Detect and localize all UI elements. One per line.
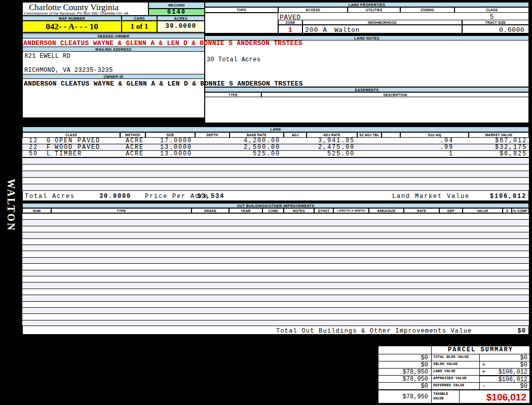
easement-col-description: DESCRIPTION: [261, 92, 529, 97]
out-buildings-total-label: Total Out Buildings & Other Improvements…: [276, 328, 472, 335]
deeded-owner-header: DEEDED OWNER: [22, 33, 205, 38]
land-size: 17.0000: [145, 138, 192, 144]
ps-value: $0: [520, 383, 527, 389]
land-market-value-label: Land Market Value: [392, 193, 470, 200]
ps-value: $106,012: [498, 369, 527, 375]
ps-op: +: [482, 369, 485, 375]
land-market-value-total: $106,012: [490, 193, 526, 200]
land-market-value: $67,012: [469, 138, 527, 144]
county-title-box: Charlotte County Virginia Commissioner o…: [22, 2, 148, 16]
total-acres-value: 30.0000: [99, 193, 131, 200]
col-utilities: UTILITIES: [348, 7, 400, 13]
land-class-code: 50: [29, 151, 38, 157]
land-class-code: 12: [29, 138, 38, 144]
land-col-adj: ADJ: [284, 132, 307, 138]
total-acres-label: Total Acres: [25, 193, 75, 200]
ob-col-year: YEAR: [229, 208, 262, 213]
taxable-value: $106,012: [486, 392, 526, 403]
map-number-value: 042- - A- - - 10: [22, 21, 122, 32]
ob-col-sthgt: STHGT: [314, 208, 333, 213]
acres-value: 30.0000: [157, 21, 205, 32]
land-col-sz-adj-tbl: SZ ADJ TBL: [357, 132, 382, 138]
record-value: 6140: [148, 9, 205, 16]
out-buildings-total-row: Total Out Buildings & Other Improvements…: [22, 326, 529, 335]
col-access: ACCESS: [278, 7, 348, 13]
price-per-acre-value: $3,534: [197, 193, 224, 200]
easements-title: EASEMENTS: [205, 87, 529, 92]
ob-col-value: VALUE: [463, 208, 503, 213]
ob-col-pct-comp: % COMP: [512, 208, 529, 213]
land-size-adj: 1: [400, 151, 453, 157]
col-class: CLASS: [454, 7, 529, 13]
col-zoning: ZONING: [400, 7, 454, 13]
land-adj-rate: 525.00: [307, 151, 355, 157]
land-empty-rows: [22, 157, 529, 190]
land-size: 13.0000: [145, 144, 192, 150]
land-base-rate: 2,500.00: [230, 144, 280, 150]
owner-id-value: ANDERSON CLEATUS WAYNE & GLENN A & LEN D…: [24, 80, 303, 88]
ob-col-num: NUM: [22, 208, 51, 213]
record-header: RECORD: [148, 2, 205, 9]
land-class-name: WOOD PAVED: [55, 144, 100, 150]
deeded-owner-value: ANDERSON CLEATUS WAYNE & GLENN A & LEN D…: [23, 39, 302, 47]
address-line2: RICHMOND, VA 23235-3235: [24, 67, 113, 74]
col-topo: TOPO: [205, 7, 278, 13]
land-size: 13.0000: [145, 151, 192, 157]
map-number-header: MAP NUMBER: [22, 16, 122, 21]
ps-prev-appraised: $78,950: [378, 375, 432, 383]
zone-cell: 1: [278, 25, 302, 33]
neighborhood-name: Walton: [334, 26, 360, 34]
topo-cell: [205, 13, 278, 33]
neighborhood-header: NEIGHBORHOOD: [302, 20, 462, 25]
land-col-blank: [382, 132, 400, 138]
ps-val-appraised: $106,012: [479, 375, 530, 383]
ps-prev-deferred: $0: [378, 382, 432, 390]
ob-col-notes: NOTES: [284, 208, 314, 213]
ps-val-deferred: - $0: [479, 382, 530, 390]
ps-op: +: [482, 362, 485, 368]
ps-prev-total-bldg: $0: [378, 354, 432, 361]
ob-col-rate: RATE: [404, 208, 439, 213]
parcel-summary: PARCEL SUMMARY $0 TOTAL BLDG VALUE $0 $0…: [377, 345, 530, 403]
land-method: ACRE: [126, 151, 144, 157]
land-title: LAND: [22, 127, 529, 132]
ps-label-deferred: DEFERRED VALUE: [431, 382, 480, 390]
card-value: 1 of 1: [122, 21, 157, 32]
land-market-value: $6,825: [469, 151, 527, 157]
land-adj-rate: 3,941.85: [307, 138, 355, 144]
out-buildings-total-value: $0: [518, 328, 526, 335]
owner-id-header: OWNER ID: [22, 74, 205, 79]
ob-col-s: S: [503, 208, 512, 213]
ps-header-blank: [378, 346, 432, 354]
ps-label-obldg: OBLDG VALUE: [431, 361, 480, 369]
ps-val-land: + $106,012: [479, 368, 530, 376]
ob-col-grade: GRADE: [192, 208, 229, 213]
ob-col-area-size: AREA/SIZE: [369, 208, 404, 213]
tract-size-header: TRACT SIZE: [462, 20, 529, 25]
land-method: ACRE: [126, 144, 144, 150]
land-properties-title: LAND PROPERTIES: [205, 2, 529, 7]
ps-label-land: LAND VALUE: [431, 368, 480, 376]
land-class-code: 22: [29, 144, 38, 150]
land-market-value: $32,175: [469, 144, 527, 150]
ps-val-total-bldg: $0: [479, 354, 530, 361]
county-subtitle: Commissioner of the Revenue, PO Box 308,…: [24, 11, 129, 16]
out-buildings-empty-rows: [22, 213, 529, 326]
land-col-size-adj: Size Adj: [400, 132, 469, 138]
out-buildings-title: OUT BUILDINGS/OTHER IMPROVEMENTS: [22, 203, 529, 208]
ps-label-appraised: APPRAISED VALUE: [431, 375, 480, 383]
land-base-rate: 525.00: [230, 151, 280, 157]
land-class-name: TIMBER: [55, 151, 82, 157]
land-class-letter: G: [47, 138, 51, 144]
card-header: CARD: [122, 16, 157, 21]
ob-col-dep: DEP: [439, 208, 463, 213]
ps-label-total-bldg: TOTAL BLDG VALUE: [431, 354, 480, 361]
land-class-letter: F: [47, 144, 51, 150]
ps-label-taxable: TAXABLE VALUE: [431, 389, 460, 403]
property-record-card: WALTON Charlotte County Virginia Commiss…: [0, 0, 532, 405]
neighborhood-code: 200 A: [305, 26, 327, 34]
land-size-adj: .94: [400, 138, 453, 144]
land-method: ACRE: [126, 138, 144, 144]
ob-col-length-width: LENGTH X WIDTH: [333, 208, 369, 213]
ps-prev-obldg: $0: [378, 361, 432, 369]
